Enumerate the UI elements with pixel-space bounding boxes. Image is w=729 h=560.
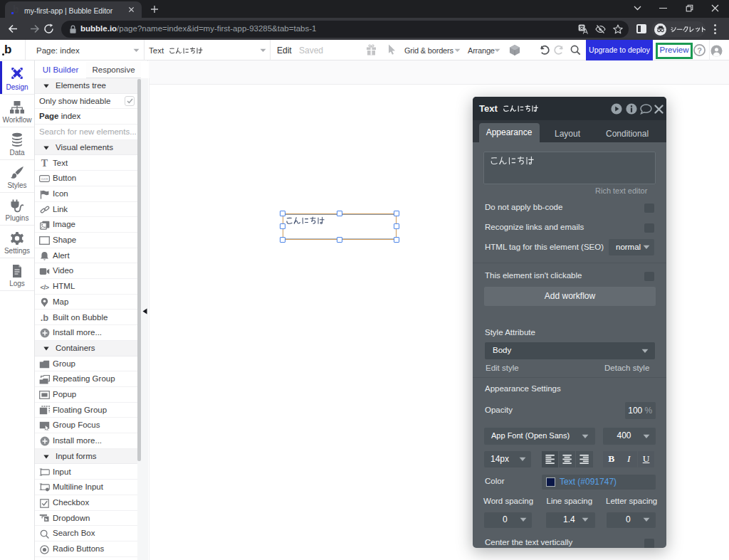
- svg-text:?: ?: [697, 46, 702, 55]
- svg-text:CLICK: CLICK: [41, 178, 49, 181]
